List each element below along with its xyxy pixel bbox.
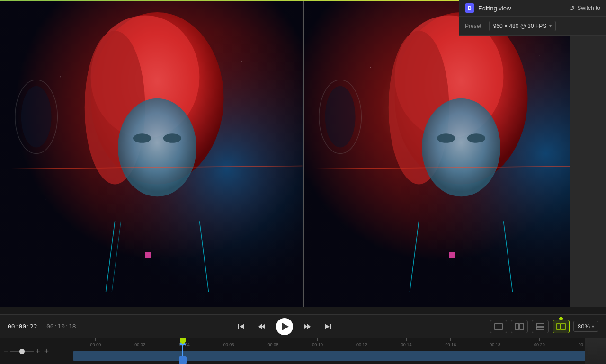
scroll-thumb <box>585 338 606 364</box>
video-frame-left <box>0 0 303 307</box>
single-view-button[interactable] <box>490 320 507 333</box>
ruler-tick <box>406 338 407 341</box>
track-segment-main[interactable] <box>73 351 606 361</box>
fast-forward-button[interactable] <box>301 320 314 333</box>
ruler-mark-10: 00:20 <box>517 338 562 348</box>
ruler-mark-3: 00:06 <box>206 338 251 348</box>
ruler-mark-5: 00:10 <box>295 338 340 348</box>
add-track-button[interactable]: + <box>42 346 51 356</box>
svg-point-10 <box>163 133 181 142</box>
total-time-display: 00:10:18 <box>46 323 80 330</box>
current-time-display: 00:00:22 <box>8 323 41 330</box>
scene-svg-right <box>304 0 606 307</box>
zoom-plus-button[interactable]: + <box>36 347 40 355</box>
ruler-label: 00:06 <box>223 342 234 347</box>
split-h-view-button[interactable] <box>532 320 549 333</box>
fast-forward-icon <box>303 322 312 331</box>
svg-point-27 <box>422 98 500 197</box>
ruler-label: 00:10 <box>312 342 323 347</box>
top-bar-left: B Editing view <box>465 3 511 13</box>
editing-view-label: Editing view <box>478 5 511 12</box>
control-bar: 00:00:22 00:10:18 <box>0 314 606 338</box>
svg-point-8 <box>118 98 196 197</box>
timeline-ruler: 00:00 00:02 00:04 00:06 00:08 <box>73 338 606 348</box>
ruler-mark-1: 00:02 <box>118 338 162 348</box>
svg-point-34 <box>370 67 371 68</box>
top-bar: B Editing view ↺ Switch to <box>459 0 606 17</box>
svg-point-23 <box>325 86 355 148</box>
scene-svg-left <box>0 0 303 307</box>
ruler-tick <box>362 338 362 341</box>
green-vertical-line <box>570 0 570 307</box>
zoom-chevron-icon: ▾ <box>592 324 594 329</box>
ruler-mark-8: 00:16 <box>428 338 473 348</box>
zoom-minus-button[interactable]: − <box>4 347 8 355</box>
ruler-label: 00:00 <box>90 342 101 347</box>
skip-to-start-button[interactable] <box>234 320 248 333</box>
ruler-label: 00:02 <box>134 342 145 347</box>
timeline-inner: − + + 00:00 00:02 <box>0 338 606 364</box>
skip-to-end-icon <box>324 322 332 331</box>
dual-view-icon <box>515 323 524 330</box>
view-controls: 80% ▾ <box>490 320 598 333</box>
preset-bar: Preset 960 × 480 @ 30 FPS ▾ <box>459 17 606 36</box>
switch-to-label: Switch to <box>577 5 600 11</box>
compare-view-icon <box>556 323 566 330</box>
svg-marker-37 <box>240 324 244 329</box>
play-button[interactable] <box>276 318 293 335</box>
rewind-button[interactable] <box>255 320 268 333</box>
ruler-tick <box>229 338 229 341</box>
svg-marker-38 <box>258 324 262 329</box>
svg-rect-45 <box>515 324 519 329</box>
svg-marker-41 <box>307 324 311 329</box>
timeline-track[interactable]: 00:00 00:02 00:04 00:06 00:08 <box>73 338 606 364</box>
single-view-icon <box>494 323 503 330</box>
right-edge-overlay <box>570 0 606 307</box>
preset-dropdown[interactable]: 960 × 480 @ 30 FPS ▾ <box>489 21 556 31</box>
svg-rect-49 <box>557 324 560 329</box>
svg-point-4 <box>21 86 52 148</box>
video-panel-right <box>304 0 606 307</box>
timeline-zoom-controls: − + + <box>0 346 73 356</box>
ruler-label: 00:16 <box>446 342 456 347</box>
preset-label: Preset <box>465 23 481 29</box>
svg-rect-42 <box>330 324 331 329</box>
ruler-label: 00:08 <box>268 342 279 347</box>
green-accent-line <box>0 0 459 1</box>
ruler-mark-9: 00:18 <box>473 338 517 348</box>
split-h-view-icon <box>535 323 545 330</box>
svg-point-29 <box>467 133 485 142</box>
video-still-left <box>0 0 303 307</box>
ruler-tick <box>539 338 540 341</box>
ruler-tick <box>495 338 495 341</box>
preset-value-text: 960 × 480 @ 30 FPS <box>493 23 547 29</box>
ruler-label: 00:20 <box>534 342 545 347</box>
svg-rect-48 <box>536 327 544 329</box>
timeline-track-content <box>73 351 606 361</box>
switch-to-button[interactable]: ↺ Switch to <box>569 4 600 12</box>
ruler-mark-7: 00:14 <box>384 338 428 348</box>
playhead-handle[interactable] <box>179 356 187 364</box>
zoom-dropdown[interactable]: 80% ▾ <box>573 321 598 332</box>
timeline-scrollbar[interactable] <box>585 338 606 364</box>
video-panel-left <box>0 0 303 307</box>
svg-rect-15 <box>145 252 151 258</box>
timeline-bar: − + + 00:00 00:02 <box>0 338 606 364</box>
svg-rect-36 <box>238 324 239 329</box>
svg-rect-46 <box>520 324 524 329</box>
ruler-tick <box>273 338 273 341</box>
dual-view-button[interactable] <box>511 320 528 333</box>
svg-rect-33 <box>449 252 455 258</box>
ruler-tick <box>584 338 584 341</box>
zoom-slider[interactable] <box>10 351 34 352</box>
svg-marker-43 <box>325 324 330 329</box>
video-still-right <box>304 0 606 307</box>
svg-marker-40 <box>304 324 307 329</box>
switch-icon: ↺ <box>569 4 575 12</box>
zoom-slider-container: − + <box>4 347 40 355</box>
skip-to-end-button[interactable] <box>321 320 335 333</box>
svg-point-18 <box>45 199 45 200</box>
skip-to-start-icon <box>237 322 245 331</box>
ruler-tick <box>95 338 96 341</box>
compare-view-button[interactable] <box>553 320 570 333</box>
